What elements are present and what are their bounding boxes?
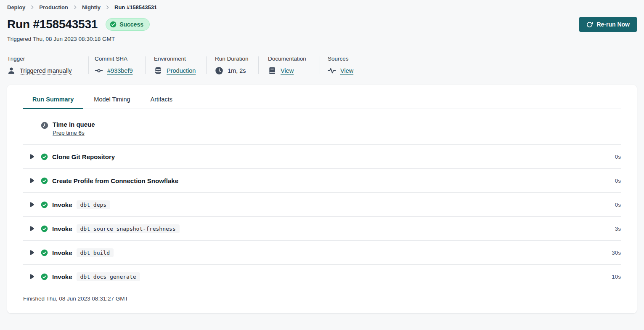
step-command: dbt deps [77,200,111,209]
chevron-right-icon [72,5,78,10]
clock-icon [215,67,223,75]
expand-caret-icon[interactable] [30,178,34,183]
breadcrumb-deploy[interactable]: Deploy [7,4,25,11]
expand-caret-icon[interactable] [30,226,34,231]
page-title: Run #158543531 [7,18,98,31]
time-in-queue-title: Time in queue [53,121,95,128]
step-duration: 30s [612,250,621,256]
prep-time-link[interactable]: Prep time 6s [53,130,95,136]
rerun-now-button[interactable]: Re-run Now [579,17,637,32]
step-duration: 3s [615,226,621,232]
step-name: Invoke [52,201,72,208]
step-command: dbt build [77,248,114,257]
breadcrumb-nightly[interactable]: Nightly [82,4,101,11]
meta-sources-label: Sources [328,56,353,62]
meta-documentation-label: Documentation [268,56,320,62]
step-name: Invoke [52,273,72,280]
tab-run-summary[interactable]: Run Summary [23,96,83,109]
step-name: Create Profile from Connection Snowflake [52,177,178,184]
meta-commit-label: Commit SHA [95,56,145,62]
success-check-icon [41,249,48,256]
meta-documentation: Documentation View [259,56,320,75]
meta-duration-label: Run Duration [215,56,258,62]
step-duration: 10s [612,274,621,280]
run-summary-card: Run Summary Model Timing Artifacts Time … [7,85,637,313]
chevron-right-icon [105,5,110,10]
run-detail-page: Deploy Production Nightly Run #158543531… [0,0,644,313]
chevron-right-icon [29,5,35,10]
meta-trigger-label: Trigger [7,56,88,62]
commit-sha-link[interactable]: #933bef9 [107,67,133,74]
success-check-icon [41,153,48,160]
step-row-create-profile[interactable]: Create Profile from Connection Snowflake… [23,168,621,192]
run-meta-bar: Trigger Triggered manually Commit SHA #9… [7,56,637,75]
rerun-now-label: Re-run Now [596,21,630,28]
step-command: dbt source snapshot-freshness [77,224,180,233]
step-duration: 0s [615,202,621,208]
status-badge-label: Success [119,21,143,28]
meta-sources: Sources View [320,56,353,75]
step-command: dbt docs generate [77,272,140,281]
sources-view-link[interactable]: View [340,67,353,74]
check-circle-icon [110,21,117,28]
step-row-dbt-source-freshness[interactable]: Invoke dbt source snapshot-freshness 3s [23,216,621,240]
success-check-icon [41,201,48,208]
header-row: Run #158543531 Success Re-run Now [7,17,637,32]
run-duration-value: 1m, 2s [228,67,246,74]
breadcrumb-current-run: Run #158543531 [114,4,157,11]
environment-link[interactable]: Production [167,67,196,74]
expand-caret-icon[interactable] [30,202,34,207]
step-name: Clone Git Repository [52,153,115,160]
status-badge: Success [106,18,150,31]
pulse-icon [328,67,336,75]
database-icon [154,67,162,75]
step-duration: 0s [615,178,621,184]
breadcrumb-production[interactable]: Production [39,4,68,11]
finished-timestamp: Finished Thu, 08 Jun 2023 08:31:27 GMT [23,288,621,313]
step-row-clone-git[interactable]: Clone Git Repository 0s [23,144,621,168]
step-name: Invoke [52,225,72,232]
meta-environment-label: Environment [154,56,206,62]
book-icon [268,67,276,75]
time-in-queue-block: Time in queue Prep time 6s [23,109,621,144]
tab-bar: Run Summary Model Timing Artifacts [23,85,621,109]
refresh-icon [586,21,593,28]
expand-caret-icon[interactable] [30,250,34,255]
success-check-icon [41,177,48,184]
meta-commit-sha: Commit SHA #933bef9 [89,56,145,75]
step-row-dbt-docs-generate[interactable]: Invoke dbt docs generate 10s [23,264,621,288]
meta-trigger: Trigger Triggered manually [7,56,88,75]
expand-caret-icon[interactable] [30,154,34,159]
step-name: Invoke [52,249,72,256]
person-icon [7,67,16,75]
breadcrumb: Deploy Production Nightly Run #158543531 [7,0,637,11]
success-check-icon [41,273,48,280]
step-duration: 0s [615,154,621,160]
tab-artifacts[interactable]: Artifacts [141,96,182,109]
meta-environment: Environment Production [146,56,206,75]
step-row-dbt-build[interactable]: Invoke dbt build 30s [23,240,621,264]
documentation-view-link[interactable]: View [281,67,294,74]
success-check-icon [41,225,48,232]
queue-clock-icon [41,122,48,129]
meta-trigger-value[interactable]: Triggered manually [20,67,72,74]
triggered-timestamp: Triggered Thu, 08 Jun 2023 08:30:18 GMT [7,36,637,42]
tab-model-timing[interactable]: Model Timing [85,96,139,109]
step-row-dbt-deps[interactable]: Invoke dbt deps 0s [23,192,621,216]
expand-caret-icon[interactable] [30,274,34,279]
git-commit-icon [95,67,103,75]
meta-run-duration: Run Duration 1m, 2s [207,56,258,75]
